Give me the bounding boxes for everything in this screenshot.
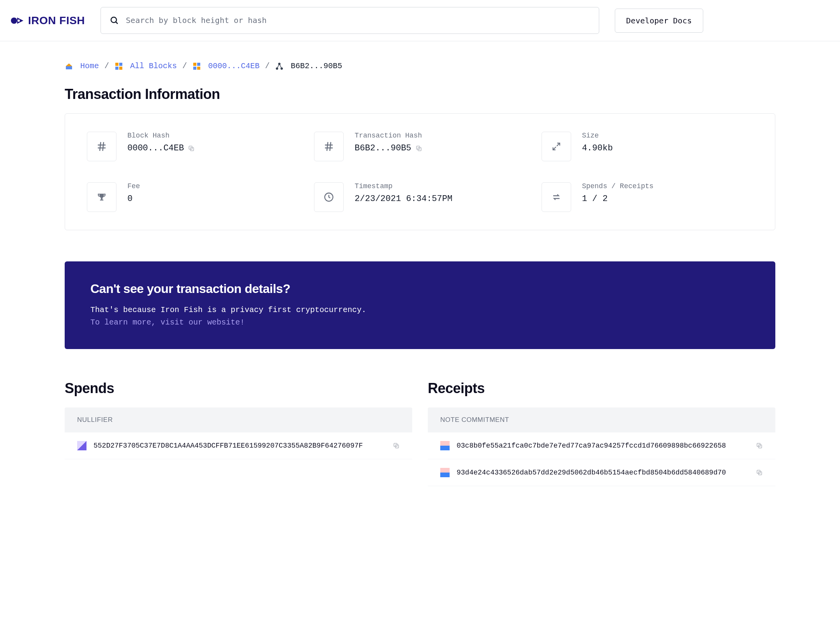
fee-value: 0 xyxy=(127,194,140,204)
svg-rect-8 xyxy=(193,63,196,66)
copy-icon[interactable] xyxy=(756,469,763,476)
hash-value: 552D27F3705C37E7D8C1A4AA453DCFFB71EE6159… xyxy=(94,442,386,450)
svg-rect-28 xyxy=(100,200,104,201)
svg-rect-6 xyxy=(115,67,118,70)
hash-icon xyxy=(314,132,344,161)
svg-rect-11 xyxy=(197,67,200,70)
svg-line-23 xyxy=(327,142,328,151)
privacy-banner: Can't see your transaction details? That… xyxy=(65,261,775,349)
block-hash-value: 0000...C4EB xyxy=(127,143,184,153)
tx-hash-label: Transaction Hash xyxy=(355,132,422,139)
size-value: 4.90kb xyxy=(582,143,613,153)
hash-icon xyxy=(87,132,116,161)
breadcrumb: Home / All Blocks / 0000...C4EB / B6B2..… xyxy=(65,41,775,86)
svg-point-0 xyxy=(11,18,17,24)
breadcrumb-all-blocks[interactable]: All Blocks xyxy=(130,62,177,71)
search-icon xyxy=(110,16,119,25)
breadcrumb-block[interactable]: 0000...C4EB xyxy=(208,62,259,71)
list-row: 93d4e24c4336526dab57dd2e29d5062db46b5154… xyxy=(428,459,775,486)
block-hash-label: Block Hash xyxy=(127,132,195,139)
banner-title: Can't see your transaction details? xyxy=(90,282,750,296)
timestamp-value: 2/23/2021 6:34:57PM xyxy=(355,194,452,204)
svg-rect-4 xyxy=(115,63,118,66)
transfer-icon xyxy=(542,182,571,212)
banner-line1: That's because Iron Fish is a privacy fi… xyxy=(90,305,366,314)
breadcrumb-current: B6B2...90B5 xyxy=(291,62,342,71)
hash-value: 93d4e24c4336526dab57dd2e29d5062db46b5154… xyxy=(457,469,749,476)
svg-rect-9 xyxy=(197,63,200,66)
copy-icon[interactable] xyxy=(393,442,400,449)
logo-icon xyxy=(11,15,24,26)
transaction-info-card: Block Hash 0000...C4EB Transaction Hash … xyxy=(65,113,775,230)
logo[interactable]: IRON FISH xyxy=(11,14,85,27)
fee-label: Fee xyxy=(127,182,140,190)
blocks-icon xyxy=(115,62,123,71)
svg-line-18 xyxy=(103,142,104,151)
search-input[interactable] xyxy=(101,7,599,34)
expand-icon xyxy=(542,132,571,161)
svg-line-24 xyxy=(330,142,331,151)
spends-receipts-value: 1 / 2 xyxy=(582,194,654,204)
tx-hash-value: B6B2...90B5 xyxy=(355,143,411,153)
home-icon xyxy=(65,62,73,71)
row-glyph-icon xyxy=(440,468,450,477)
banner-link[interactable]: To learn more, visit our website! xyxy=(90,318,245,327)
svg-rect-27 xyxy=(101,198,102,199)
receipts-heading: Receipts xyxy=(428,380,775,397)
list-row: 552D27F3705C37E7D8C1A4AA453DCFFB71EE6159… xyxy=(65,432,412,459)
svg-line-3 xyxy=(116,22,118,24)
hash-value: 03c8b0fe55a21fca0c7bde7e7ed77ca97ac94257… xyxy=(457,442,749,450)
copy-icon[interactable] xyxy=(415,145,422,152)
breadcrumb-home[interactable]: Home xyxy=(80,62,99,71)
svg-line-17 xyxy=(100,142,101,151)
transaction-icon xyxy=(275,62,284,71)
spends-receipts-label: Spends / Receipts xyxy=(582,182,654,190)
trophy-icon xyxy=(87,182,116,212)
row-glyph-icon xyxy=(440,441,450,450)
svg-rect-38 xyxy=(440,473,450,477)
size-label: Size xyxy=(582,132,613,139)
developer-docs-button[interactable]: Developer Docs xyxy=(615,9,703,33)
timestamp-label: Timestamp xyxy=(355,182,452,190)
spends-header: NULLIFIER xyxy=(65,407,412,432)
spends-section: Spends NULLIFIER 552D27F3705C37E7D8C1A4A… xyxy=(65,380,412,486)
spends-heading: Spends xyxy=(65,380,412,397)
svg-point-1 xyxy=(18,19,20,22)
svg-rect-5 xyxy=(119,63,122,66)
list-row: 03c8b0fe55a21fca0c7bde7e7ed77ca97ac94257… xyxy=(428,432,775,459)
receipts-section: Receipts NOTE COMMITMENT 03c8b0fe55a21fc… xyxy=(428,380,775,486)
row-glyph-icon xyxy=(77,441,86,450)
page-title: Transaction Information xyxy=(65,86,775,102)
svg-rect-34 xyxy=(440,446,450,450)
svg-point-2 xyxy=(111,17,116,23)
copy-icon[interactable] xyxy=(756,442,763,449)
block-icon xyxy=(192,62,201,71)
brand-name: IRON FISH xyxy=(28,14,85,27)
copy-icon[interactable] xyxy=(188,145,195,152)
clock-icon xyxy=(314,182,344,212)
svg-rect-7 xyxy=(119,67,122,70)
svg-rect-10 xyxy=(193,67,196,70)
receipts-header: NOTE COMMITMENT xyxy=(428,407,775,432)
